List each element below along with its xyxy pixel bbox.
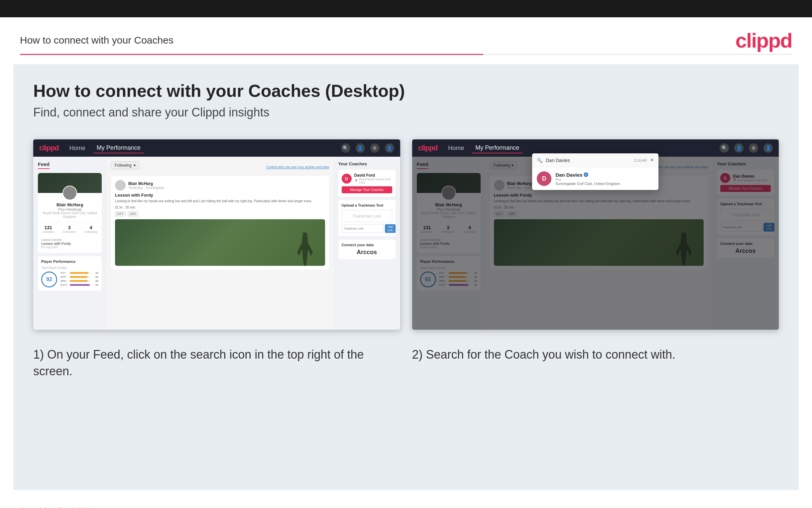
connect-title: Connect your data bbox=[342, 243, 392, 247]
close-icon[interactable]: × bbox=[651, 157, 654, 164]
profile-info: Blair McHarg Plus Handicap Royal North D… bbox=[38, 202, 102, 219]
verified-badge: ✓ bbox=[584, 172, 588, 177]
following-label: Following bbox=[115, 163, 132, 168]
trackman-input-row: Add Link bbox=[342, 224, 392, 233]
screenshot-2: clippd Home My Performance 🔍 👤 ⚙ 👤 🔍 Dan… bbox=[412, 139, 779, 330]
control-link[interactable]: Control who can see your activity and da… bbox=[266, 165, 329, 169]
chevron-down-icon: ▾ bbox=[134, 163, 136, 168]
stat-activities-num: 131 bbox=[42, 225, 54, 230]
top-bar bbox=[0, 0, 812, 17]
tag-ott: OTT bbox=[115, 211, 126, 217]
stat-followers: 3 Followers bbox=[63, 225, 76, 234]
trackman-input[interactable] bbox=[342, 224, 384, 233]
post-header: Blair McHarg Yesterday · Sunningdale bbox=[115, 180, 325, 190]
search-overlay: 🔍 Dan Davies CLEAR × D Dan Davies ✓ Pro … bbox=[532, 153, 659, 190]
clear-button[interactable]: CLEAR bbox=[634, 158, 647, 162]
nav-logo-1: clippd bbox=[39, 144, 59, 153]
profile-club: Royal North Devon Golf Club, United King… bbox=[41, 211, 98, 219]
settings-icon[interactable]: ⚙ bbox=[370, 143, 380, 153]
bar-app: APP 85 bbox=[60, 276, 98, 279]
nav-logo-2: clippd bbox=[418, 144, 438, 153]
latest-date: 03 Aug 2022 bbox=[41, 246, 98, 249]
upload-title: Upload a Trackman Test bbox=[342, 203, 392, 207]
search-icon-2[interactable]: 🔍 bbox=[720, 143, 729, 153]
header-title: How to connect with your Coaches bbox=[20, 35, 174, 46]
page-subheading: Find, connect and share your Clippd insi… bbox=[33, 105, 779, 119]
profile-card: Blair McHarg Plus Handicap Royal North D… bbox=[38, 173, 102, 253]
nav-icons-1: 🔍 👤 ⚙ 👤 bbox=[341, 143, 394, 153]
footer: Copyright Clippd 2022 bbox=[0, 499, 812, 508]
search-icon-overlay: 🔍 bbox=[537, 158, 542, 163]
clippd-logo: clippd bbox=[735, 29, 792, 52]
result-club: Sunningdale Golf Club, United Kingdom bbox=[556, 182, 620, 186]
step-1-text: 1) On your Feed, click on the search ico… bbox=[33, 346, 400, 380]
feed-tab[interactable]: Feed bbox=[38, 161, 50, 169]
golfer-silhouette bbox=[295, 232, 315, 266]
stat-following-num: 4 bbox=[85, 225, 97, 230]
latest-label: Latest Activity bbox=[41, 238, 98, 242]
performance-section: Player Performance Total Player Quality … bbox=[38, 256, 102, 291]
coach-avatar: D bbox=[342, 174, 352, 184]
coaches-label: Your Coaches bbox=[338, 161, 395, 166]
header-divider bbox=[20, 54, 792, 55]
post-body: Looking to feel like my hands are exitin… bbox=[115, 199, 325, 204]
search-input-text[interactable]: Dan Davies bbox=[546, 158, 630, 163]
profile-stats: 131 Activities 3 Followers 4 Following bbox=[38, 222, 102, 236]
stat-following: 4 Following bbox=[85, 225, 97, 234]
post-author-name: Blair McHarg bbox=[128, 181, 164, 186]
coach-header: D David Ford 📍 Royal North Devon Golf Cl… bbox=[342, 173, 392, 184]
coach-club: 📍 Royal North Devon Golf Club bbox=[354, 178, 392, 184]
stat-activities: 131 Activities bbox=[42, 225, 54, 234]
upload-section: Upload a Trackman Test Trackman Link Add… bbox=[338, 200, 395, 236]
profile-avatar bbox=[62, 186, 77, 200]
post-image bbox=[115, 219, 325, 266]
screenshots-row: clippd Home My Performance 🔍 👤 ⚙ 👤 Feed bbox=[33, 139, 779, 330]
nav-home-2[interactable]: Home bbox=[445, 143, 467, 153]
perf-title: Player Performance bbox=[41, 259, 98, 263]
user-icon[interactable]: 👤 bbox=[355, 143, 365, 153]
connect-section: Connect your data Arccos bbox=[338, 240, 395, 259]
arccos-logo: Arccos bbox=[342, 249, 392, 256]
post-meta: Yesterday · Sunningdale bbox=[128, 186, 164, 189]
bar-ott: OTT 90 bbox=[60, 271, 98, 274]
nav-my-performance[interactable]: My Performance bbox=[93, 143, 144, 153]
avatar-icon-2[interactable]: 👤 bbox=[763, 143, 773, 153]
stat-followers-label: Followers bbox=[63, 230, 76, 234]
page-heading: How to connect with your Coaches (Deskto… bbox=[33, 81, 779, 101]
score-circle: 92 bbox=[41, 271, 57, 288]
add-link-button[interactable]: Add Link bbox=[385, 224, 396, 233]
coach-card: D David Ford 📍 Royal North Devon Golf Cl… bbox=[338, 170, 395, 197]
profile-handicap: Plus Handicap bbox=[41, 207, 98, 211]
avatar-icon[interactable]: 👤 bbox=[385, 143, 394, 153]
result-avatar: D bbox=[537, 171, 552, 186]
trackman-link-placeholder: Trackman Link bbox=[342, 210, 392, 222]
manage-coaches-button[interactable]: Manage Your Coaches bbox=[342, 186, 392, 193]
result-name: Dan Davies ✓ bbox=[556, 172, 620, 178]
settings-icon-2[interactable]: ⚙ bbox=[749, 143, 758, 153]
score-wrap: 92 OTT 90 APP 85 bbox=[41, 271, 98, 288]
main-content: How to connect with your Coaches (Deskto… bbox=[13, 64, 799, 490]
result-info: Dan Davies ✓ Pro Sunningdale Golf Club, … bbox=[556, 172, 620, 186]
mock-nav-1: clippd Home My Performance 🔍 👤 ⚙ 👤 bbox=[33, 139, 400, 157]
tag-app: APP bbox=[128, 211, 138, 217]
location-icon: 📍 bbox=[354, 179, 358, 183]
bar-arg: ARG 86 bbox=[60, 280, 98, 283]
search-icon[interactable]: 🔍 bbox=[341, 143, 350, 153]
search-bar-overlay: 🔍 Dan Davies CLEAR × bbox=[532, 153, 659, 167]
score-bars: OTT 90 APP 85 ARG bbox=[60, 271, 98, 288]
app-content-1: Feed Blair McHarg Plus Handicap Royal No… bbox=[33, 157, 400, 330]
latest-lesson: Lesson with Fordy bbox=[41, 242, 98, 246]
post-title: Lesson with Fordy bbox=[115, 193, 325, 198]
following-button[interactable]: Following ▾ bbox=[111, 161, 139, 169]
search-result-item[interactable]: D Dan Davies ✓ Pro Sunningdale Golf Club… bbox=[532, 167, 659, 190]
nav-home[interactable]: Home bbox=[66, 143, 89, 153]
nav-my-performance-2[interactable]: My Performance bbox=[472, 143, 523, 153]
screenshot-1: clippd Home My Performance 🔍 👤 ⚙ 👤 Feed bbox=[33, 139, 400, 330]
post-avatar bbox=[115, 180, 126, 190]
middle-panel-1: Following ▾ Control who can see your act… bbox=[106, 157, 334, 330]
latest-activity: Latest Activity Lesson with Fordy 03 Aug… bbox=[38, 236, 102, 249]
right-panel-1: Your Coaches D David Ford 📍 Royal North … bbox=[334, 157, 400, 330]
step-2-desc: 2) Search for the Coach you wish to conn… bbox=[412, 346, 779, 380]
post-tags: OTT APP bbox=[115, 211, 325, 217]
user-icon-2[interactable]: 👤 bbox=[734, 143, 744, 153]
